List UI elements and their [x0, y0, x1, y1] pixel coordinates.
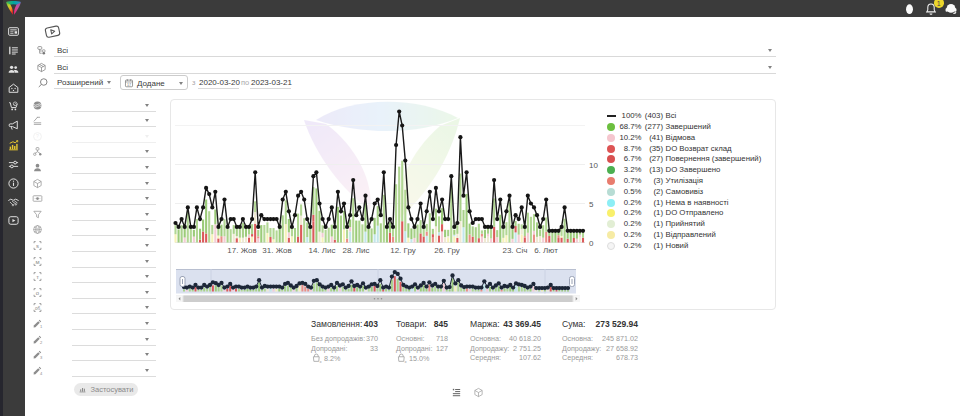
svg-text:3: 3: [40, 355, 43, 360]
svg-text:14. Лис: 14. Лис: [308, 246, 335, 255]
svg-text:2: 2: [40, 340, 43, 345]
svg-text:31. Жов: 31. Жов: [262, 246, 291, 255]
svg-text:17: 17: [127, 83, 131, 87]
svg-text:о: о: [36, 289, 40, 295]
svg-text:1: 1: [40, 324, 43, 329]
svg-text:s: s: [36, 242, 39, 248]
svg-text:12. Гру: 12. Гру: [390, 246, 416, 255]
svg-text:м: м: [35, 258, 39, 264]
svg-text:?: ?: [36, 133, 39, 139]
svg-text:6. Лют: 6. Лют: [534, 246, 558, 255]
svg-text:0: 0: [589, 239, 594, 248]
svg-text:17. Жов: 17. Жов: [227, 246, 256, 255]
svg-text:5: 5: [589, 200, 594, 209]
svg-text:26. Гру: 26. Гру: [434, 246, 460, 255]
svg-text:т: т: [36, 274, 39, 280]
svg-text:23. Січ: 23. Січ: [502, 246, 527, 255]
svg-text:об: об: [35, 306, 41, 311]
svg-text:28. Лис: 28. Лис: [342, 246, 369, 255]
svg-text:4: 4: [40, 371, 43, 376]
svg-text:10: 10: [589, 161, 598, 170]
